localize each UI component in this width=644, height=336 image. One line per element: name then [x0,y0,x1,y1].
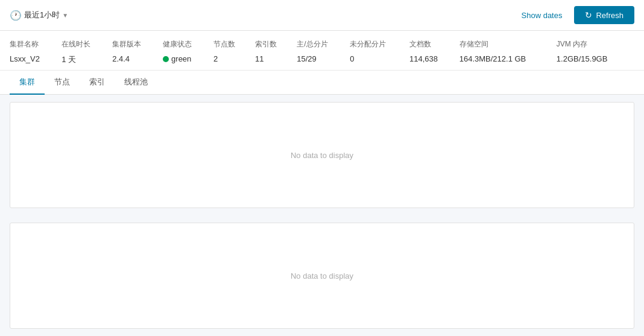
toolbar: 🕐 最近1小时 ▼ Show dates ↻ Refresh [0,0,644,31]
stats-section: 集群名称 在线时长 集群版本 健康状态 节点数 索引数 主/总分片 未分配分片 … [0,31,644,71]
cell-health: green [163,52,213,65]
tabs: 集群 节点 索引 线程池 [10,71,634,94]
page-wrapper: 🕐 最近1小时 ▼ Show dates ↻ Refresh 集群名称 在线时长… [0,0,644,336]
cell-unassigned: 0 [350,52,409,65]
panel-bottom: No data to display [10,223,634,329]
tab-thread-pool[interactable]: 线程池 [115,71,157,95]
cell-cluster-name: Lsxx_V2 [10,52,62,65]
col-health: 健康状态 [163,39,213,52]
col-cluster-name: 集群名称 [10,39,62,52]
health-label: green [171,54,191,63]
col-nodes: 节点数 [213,39,255,52]
table-row: Lsxx_V2 1 天 2.4.4 green 2 11 15/29 0 114… [10,52,634,65]
clock-icon: 🕐 [10,10,22,21]
cell-version: 2.4.4 [112,52,163,65]
tab-indices[interactable]: 索引 [80,71,115,95]
health-dot-icon [163,56,169,62]
no-data-top: No data to display [291,151,353,160]
col-uptime: 在线时长 [62,39,112,52]
cell-nodes: 2 [213,52,255,65]
cell-uptime: 1 天 [62,52,112,65]
tabs-section: 集群 节点 索引 线程池 [0,71,644,95]
col-version: 集群版本 [112,39,163,52]
stats-table: 集群名称 在线时长 集群版本 健康状态 节点数 索引数 主/总分片 未分配分片 … [10,39,634,65]
no-data-bottom: No data to display [291,271,353,281]
time-selector[interactable]: 🕐 最近1小时 ▼ [10,10,68,21]
refresh-label: Refresh [596,11,623,20]
col-jvm: JVM 内存 [557,39,634,52]
tab-cluster[interactable]: 集群 [10,71,45,95]
content-area: No data to display No data to display [0,95,644,336]
refresh-icon: ↻ [585,10,592,20]
cell-docs: 114,638 [409,52,459,65]
col-docs: 文档数 [409,39,459,52]
col-storage: 存储空间 [459,39,557,52]
cell-shards: 15/29 [297,52,350,65]
cell-storage: 164.3MB/212.1 GB [459,52,557,65]
col-indices: 索引数 [255,39,297,52]
cell-jvm: 1.2GB/15.9GB [557,52,634,65]
col-shards: 主/总分片 [297,39,350,52]
panel-top: No data to display [10,102,634,208]
tab-nodes[interactable]: 节点 [45,71,80,95]
time-label: 最近1小时 [24,10,60,21]
col-unassigned: 未分配分片 [350,39,409,52]
refresh-button[interactable]: ↻ Refresh [574,6,634,24]
cell-indices: 11 [255,52,297,65]
chevron-down-icon: ▼ [62,12,68,19]
show-dates-button[interactable]: Show dates [517,7,567,24]
